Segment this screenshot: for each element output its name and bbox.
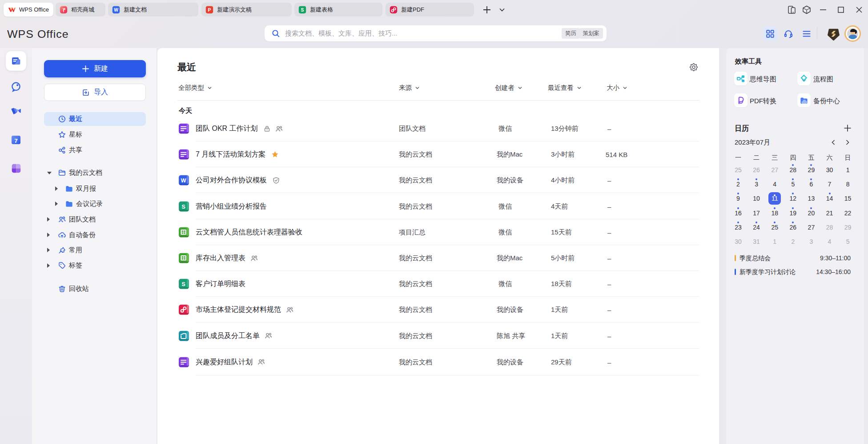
svg-text:S: S — [182, 281, 185, 287]
svg-text:W: W — [181, 178, 186, 184]
svg-text:7: 7 — [14, 137, 18, 144]
svg-text:S: S — [301, 7, 304, 12]
svg-text:W: W — [114, 7, 118, 12]
svg-text:S: S — [182, 203, 185, 210]
svg-text:P: P — [208, 7, 211, 12]
